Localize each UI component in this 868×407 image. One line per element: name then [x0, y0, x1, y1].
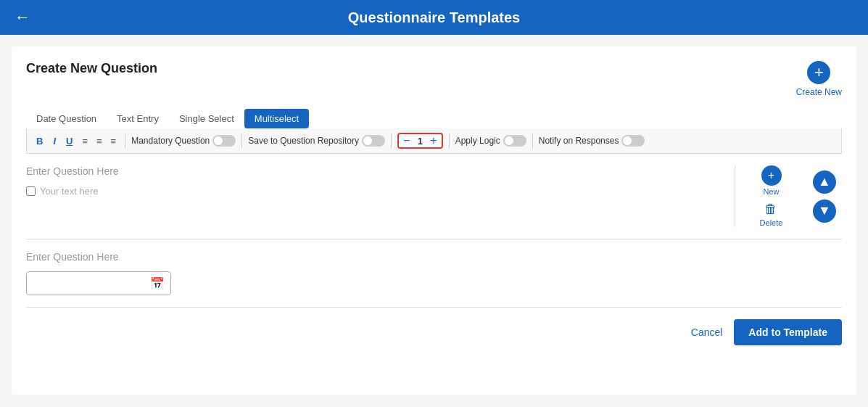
align-left-button[interactable]: ≡: [79, 134, 91, 148]
underline-button[interactable]: U: [62, 134, 76, 148]
create-new-icon: +: [807, 61, 830, 84]
page-title: Create New Question: [26, 61, 157, 76]
toolbar-divider-1: [125, 133, 125, 148]
italic-button[interactable]: I: [49, 134, 59, 148]
tabs-row: Date Question Text Entry Single Select M…: [26, 109, 842, 128]
question-1-section: Enter Question Here Your text here + New…: [26, 154, 842, 239]
question-1-checkbox[interactable]: [26, 186, 36, 196]
question-1-nav-arrows: ▲ ▼: [807, 165, 842, 227]
question-1-main: Enter Question Here Your text here: [26, 165, 735, 227]
question-2-placeholder[interactable]: Enter Question Here: [26, 251, 836, 263]
delete-icon: 🗑: [764, 202, 777, 217]
tab-text-entry[interactable]: Text Entry: [107, 109, 169, 128]
toolbar-divider-3: [391, 133, 392, 148]
date-input[interactable]: 📅: [26, 271, 171, 295]
mandatory-toggle-label: Mandatory Question: [131, 135, 236, 147]
toolbar-divider-4: [449, 133, 450, 148]
question-1-placeholder[interactable]: Enter Question Here: [26, 165, 729, 177]
page-content: Create New Question + Create New Date Qu…: [12, 46, 856, 395]
add-to-template-button[interactable]: Add to Template: [734, 319, 842, 345]
tab-date-question[interactable]: Date Question: [26, 109, 107, 128]
question-2-main: Enter Question Here 📅: [26, 251, 842, 295]
new-action[interactable]: + New: [761, 165, 782, 196]
counter-decrement-button[interactable]: −: [402, 135, 411, 147]
bold-button[interactable]: B: [33, 134, 46, 148]
mandatory-toggle[interactable]: [212, 135, 236, 147]
footer: Cancel Add to Template: [26, 308, 842, 348]
counter-increment-button[interactable]: +: [429, 135, 438, 147]
question-1-actions: + New 🗑 Delete: [735, 165, 807, 227]
toolbar-divider-2: [241, 133, 242, 148]
back-button[interactable]: ←: [15, 8, 30, 27]
notify-toggle[interactable]: [621, 135, 645, 147]
save-repo-toggle-label: Save to Question Repository: [248, 135, 385, 147]
create-new-label: Create New: [796, 87, 842, 97]
question-1-option-row: Your text here: [26, 186, 729, 197]
save-repo-toggle[interactable]: [362, 135, 385, 147]
toolbar: B I U ≡ ≡ ≡ Mandatory Question Save to Q…: [26, 128, 842, 154]
apply-logic-toggle-label: Apply Logic: [455, 135, 526, 147]
delete-label: Delete: [760, 218, 783, 227]
date-input-row: 📅: [26, 271, 836, 295]
align-center-button[interactable]: ≡: [94, 134, 105, 148]
header-title: Questionnaire Templates: [348, 9, 520, 26]
question-2-section: Enter Question Here 📅: [26, 239, 842, 308]
tabs: Date Question Text Entry Single Select M…: [26, 109, 309, 128]
page-header: Create New Question + Create New: [26, 61, 842, 97]
align-right-button[interactable]: ≡: [108, 134, 120, 148]
counter-box: − 1 +: [397, 133, 443, 149]
question-1-option-text: Your text here: [40, 186, 98, 197]
delete-action[interactable]: 🗑 Delete: [760, 202, 783, 227]
tab-single-select[interactable]: Single Select: [169, 109, 244, 128]
toolbar-divider-5: [532, 133, 533, 148]
notify-toggle-label: Notify on Responses: [539, 135, 645, 147]
cancel-button[interactable]: Cancel: [691, 326, 723, 338]
apply-logic-toggle[interactable]: [503, 135, 526, 147]
counter-value: 1: [414, 136, 426, 147]
move-up-button[interactable]: ▲: [813, 170, 836, 194]
new-icon: +: [761, 165, 782, 186]
new-label: New: [763, 187, 779, 196]
tab-multiselect[interactable]: Multiselect: [244, 109, 309, 128]
top-header: ← Questionnaire Templates: [0, 0, 868, 35]
move-down-button[interactable]: ▼: [813, 200, 836, 223]
create-new-button[interactable]: + Create New: [796, 61, 842, 97]
calendar-icon: 📅: [150, 276, 165, 290]
